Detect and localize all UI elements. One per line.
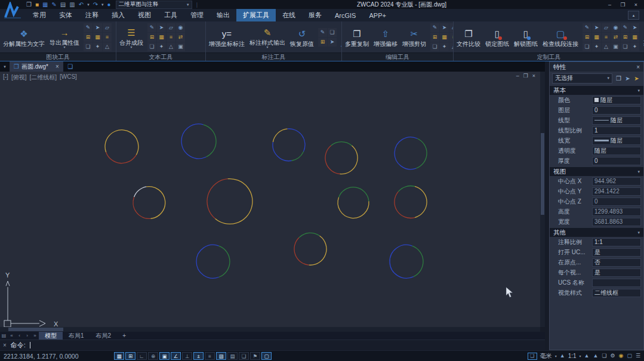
small-tool-icon-4-1[interactable]: ✎ xyxy=(430,23,439,32)
dimension-style-export-button[interactable]: ✎标注样式输出▾ xyxy=(248,22,287,52)
circle-entity-3[interactable] xyxy=(273,129,305,161)
layout-tab-3[interactable]: 布局2 xyxy=(90,332,118,340)
small-tool-icon-3-3[interactable]: ❏ xyxy=(328,28,337,37)
section-header-2[interactable]: 视图▾ xyxy=(550,167,643,176)
close-button[interactable]: × xyxy=(630,1,642,8)
properties-panel-header[interactable]: 特性 × xyxy=(550,62,643,72)
small-tool-icon-5-13[interactable]: ✎ xyxy=(621,23,630,32)
small-tool-icon-5-4[interactable]: ➤ xyxy=(592,23,601,32)
ribbon-tab-2[interactable]: 实体 xyxy=(53,9,79,21)
ribbon-tab-4[interactable]: 插入 xyxy=(105,9,131,21)
property-value[interactable] xyxy=(592,279,641,287)
small-tool-icon-5-1[interactable]: ✎ xyxy=(583,23,591,32)
next-layout-icon[interactable]: › xyxy=(23,332,31,340)
annotation-visibility-icon[interactable]: ▲ xyxy=(584,353,590,359)
polar-tracking-toggle[interactable]: ⊕ xyxy=(148,352,158,360)
small-tool-icon-1-4[interactable]: ➤ xyxy=(93,23,102,32)
object-snap-toggle[interactable]: ▣ xyxy=(159,352,170,360)
publish-icon[interactable]: ▥ xyxy=(69,2,75,8)
restore-button[interactable]: ❐ xyxy=(617,1,628,8)
circle-entity-2[interactable] xyxy=(181,124,216,159)
select-objects-icon[interactable]: ➤ xyxy=(632,74,641,83)
selection-filter-icon[interactable]: ❏ xyxy=(602,353,606,359)
circle-entity-5[interactable] xyxy=(395,137,427,169)
small-tool-icon-5-18[interactable]: ✦ xyxy=(630,42,639,51)
panel-close-icon[interactable]: × xyxy=(636,64,640,70)
ribbon-tab-10[interactable]: 在线 xyxy=(276,9,302,21)
file-compare-button[interactable]: ❐文件比较 xyxy=(455,22,482,52)
check-line-connection-button[interactable]: ▢检查线段连接 xyxy=(541,22,580,52)
property-value[interactable]: 0 xyxy=(592,106,641,115)
small-tool-icon-2-10[interactable]: ◉ xyxy=(176,23,185,32)
small-tool-icon-1-7[interactable]: ▱ xyxy=(103,23,112,32)
enhanced-coordinate-dimension-button[interactable]: y=增强坐标标注 xyxy=(207,22,246,52)
small-tool-icon-1-9[interactable]: △ xyxy=(103,42,112,51)
units-label[interactable]: 毫米 xyxy=(540,352,552,360)
snap-mode-toggle[interactable]: ⊞ xyxy=(125,352,135,360)
doc-restore-icon[interactable]: ❐ xyxy=(523,73,528,79)
ribbon-tab-9[interactable]: 扩展工具 xyxy=(236,9,276,21)
annotation-scale-value[interactable]: 1:1 xyxy=(568,353,577,359)
small-tool-icon-5-3[interactable]: ❏ xyxy=(583,42,591,51)
small-tool-icon-4-9[interactable]: △ xyxy=(449,42,453,51)
transparency-toggle[interactable]: ▨ xyxy=(216,352,226,360)
small-tool-icon-2-2[interactable]: ⊞ xyxy=(147,33,156,42)
property-value[interactable]: 随层 xyxy=(592,147,641,155)
settings-gear-icon[interactable]: ⚙ xyxy=(610,353,615,359)
ribbon-tab-1[interactable]: 常用 xyxy=(26,9,53,21)
small-tool-icon-2-1[interactable]: ✎ xyxy=(147,23,156,32)
horizontal-scrollbar-thumb[interactable] xyxy=(8,328,63,331)
chevron-down-icon[interactable]: ▾ xyxy=(555,354,557,358)
ribbon-tab-7[interactable]: 管理 xyxy=(184,9,210,21)
multiple-copy-button[interactable]: ❒多重复制 xyxy=(343,22,371,52)
vertical-scrollbar-thumb[interactable] xyxy=(541,133,544,215)
enhanced-trim-button[interactable]: ✂增强剪切 xyxy=(400,22,428,52)
property-value[interactable]: 随层 xyxy=(592,116,641,125)
small-tool-icon-3-4[interactable]: ➤ xyxy=(328,38,337,47)
lock-drawing-button[interactable]: ▯锁定图纸 xyxy=(483,22,511,52)
dropdown-caret-icon[interactable]: ▾ xyxy=(87,2,90,7)
small-tool-icon-5-12[interactable]: ▣ xyxy=(611,42,620,51)
ribbon-tab-12[interactable]: ArcGIS xyxy=(328,9,362,21)
circle-entity-7[interactable] xyxy=(207,179,252,224)
small-tool-icon-1-1[interactable]: ✎ xyxy=(84,23,93,32)
ribbon-collapse-button[interactable]: ▴ xyxy=(628,11,639,20)
small-tool-icon-1-2[interactable]: ⊞ xyxy=(84,33,93,42)
section-header-3[interactable]: 其他▾ xyxy=(550,228,643,237)
circle-entity-8[interactable] xyxy=(338,187,369,218)
layout-tab-2[interactable]: 布局1 xyxy=(63,332,90,340)
property-value[interactable]: 是 xyxy=(592,269,641,277)
enhanced-offset-button[interactable]: ⇧增强偏移 xyxy=(372,22,399,52)
ribbon-tab-5[interactable]: 视图 xyxy=(131,9,158,21)
zwcad-logo[interactable] xyxy=(1,1,24,20)
small-tool-icon-4-5[interactable]: ▦ xyxy=(440,33,449,42)
command-line[interactable]: × 命令: xyxy=(0,340,545,350)
small-tool-icon-5-8[interactable]: ≡ xyxy=(602,33,611,42)
selection-dropdown[interactable]: 无选择 ▾ xyxy=(552,73,612,84)
horizontal-scrollbar[interactable] xyxy=(0,327,540,332)
status-menu-icon[interactable]: ☰ xyxy=(636,353,640,359)
property-value[interactable]: 3681.8863 xyxy=(592,218,641,226)
property-value[interactable]: 1 xyxy=(592,126,641,135)
circle-entity-12[interactable] xyxy=(390,245,423,278)
small-tool-icon-2-6[interactable]: ✦ xyxy=(157,42,166,51)
plot-icon[interactable]: ▤ xyxy=(60,2,66,8)
circle-entity-9[interactable] xyxy=(395,186,427,218)
small-tool-icon-2-9[interactable]: △ xyxy=(167,42,175,51)
property-value[interactable]: 0 xyxy=(592,198,641,206)
small-tool-icon-2-7[interactable]: ▱ xyxy=(167,23,175,32)
small-tool-icon-4-7[interactable]: ▱ xyxy=(449,23,453,32)
add-layout-button[interactable]: + xyxy=(117,332,131,340)
view-direction-menu[interactable]: [俯视] xyxy=(11,73,27,82)
other-tools-button[interactable]: |||其他▾ xyxy=(642,22,644,52)
model-paper-icon[interactable]: ❏ xyxy=(528,353,537,360)
small-tool-icon-2-12[interactable]: ▣ xyxy=(176,42,185,51)
unlock-drawing-button[interactable]: ▯解锁图纸 xyxy=(512,22,540,52)
prev-layout-icon[interactable]: ‹ xyxy=(16,332,23,340)
open-file-icon[interactable]: ■ xyxy=(35,2,39,8)
isolate-objects-icon[interactable]: ◉ xyxy=(619,353,624,359)
ribbon-tab-3[interactable]: 注释 xyxy=(79,9,105,21)
last-layout-icon[interactable]: » xyxy=(31,332,39,340)
save-icon[interactable]: ▦ xyxy=(42,2,48,8)
section-header-1[interactable]: 基本▾ xyxy=(550,86,643,95)
